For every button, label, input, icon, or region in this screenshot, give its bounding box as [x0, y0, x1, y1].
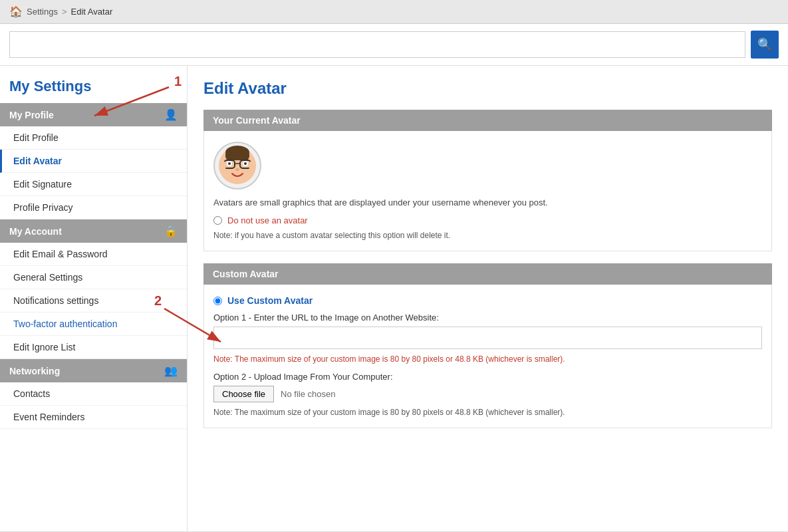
avatar [213, 142, 261, 190]
search-button[interactable]: 🔍 [751, 31, 779, 59]
sidebar-item-edit-profile[interactable]: Edit Profile [0, 126, 187, 150]
sidebar-section-my-profile: My Profile 👤 [0, 103, 187, 126]
max-size-note-1: Note: The maximum size of your custom im… [213, 354, 762, 364]
svg-rect-5 [225, 151, 249, 160]
sidebar-item-edit-avatar[interactable]: Edit Avatar [0, 150, 187, 173]
choose-file-button[interactable]: Choose file [213, 386, 274, 402]
sidebar-item-event-reminders[interactable]: Event Reminders [0, 406, 187, 429]
sidebar-item-general-settings[interactable]: General Settings [0, 266, 187, 289]
breadcrumb-current: Edit Avatar [71, 7, 113, 17]
sidebar-item-profile-privacy[interactable]: Profile Privacy [0, 196, 187, 219]
use-custom-label[interactable]: Use Custom Avatar [227, 295, 313, 306]
svg-point-14 [219, 161, 226, 170]
lock-icon: 🔒 [164, 225, 178, 237]
page-title: Edit Avatar [203, 79, 772, 98]
main-layout: My Settings My Profile 👤 Edit Profile Ed… [0, 66, 788, 531]
home-icon: 🏠 [9, 5, 23, 18]
no-avatar-radio[interactable] [213, 216, 222, 225]
networking-icon: 👥 [164, 364, 178, 377]
avatar-image [217, 146, 257, 186]
sidebar-item-edit-ignore-list[interactable]: Edit Ignore List [0, 336, 187, 359]
no-avatar-radio-row: Do not use an avatar [213, 215, 762, 225]
svg-point-11 [228, 162, 231, 165]
sidebar-title: My Settings [0, 66, 187, 103]
sidebar-item-edit-signature[interactable]: Edit Signature [0, 173, 187, 196]
custom-avatar-section-body: Use Custom Avatar Option 1 - Enter the U… [203, 285, 772, 428]
breadcrumb-settings[interactable]: Settings [27, 7, 58, 17]
current-avatar-section-header: Your Current Avatar [203, 110, 772, 131]
sidebar-section-networking: Networking 👥 [0, 359, 187, 382]
search-input[interactable] [9, 31, 745, 58]
no-avatar-note: Note: if you have a custom avatar select… [213, 231, 762, 240]
custom-avatar-section-header: Custom Avatar [203, 263, 772, 285]
no-avatar-label[interactable]: Do not use an avatar [227, 215, 308, 225]
svg-point-13 [235, 168, 239, 171]
sidebar-item-contacts[interactable]: Contacts [0, 382, 187, 406]
content-area: 1 Edit Avatar Your Current Avatar [188, 66, 788, 531]
breadcrumb: 🏠 Settings > Edit Avatar [0, 0, 788, 24]
svg-point-15 [249, 161, 255, 170]
option2-label: Option 2 - Upload Image From Your Comput… [213, 372, 762, 382]
search-icon: 🔍 [757, 37, 772, 52]
avatar-description: Avatars are small graphics that are disp… [213, 198, 762, 207]
upload-row: Choose file No file chosen [213, 386, 762, 402]
url-input[interactable] [213, 327, 762, 349]
no-file-text: No file chosen [281, 389, 335, 399]
sidebar-item-edit-email-password[interactable]: Edit Email & Password [0, 243, 187, 266]
sidebar: My Settings My Profile 👤 Edit Profile Ed… [0, 66, 188, 531]
sidebar-item-notifications-settings[interactable]: Notifications settings [0, 289, 187, 313]
sidebar-section-my-account: My Account 🔒 [0, 219, 187, 243]
use-custom-radio[interactable] [213, 297, 222, 305]
max-size-note-2: Note: The maximum size of your custom im… [213, 408, 762, 417]
sidebar-item-two-factor[interactable]: Two-factor authentication [0, 313, 187, 336]
search-bar: 🔍 [0, 24, 788, 66]
use-custom-radio-row: Use Custom Avatar [213, 295, 762, 306]
option1-label: Option 1 - Enter the URL to the Image on… [213, 313, 762, 323]
user-icon: 👤 [164, 108, 178, 121]
current-avatar-section-body: Avatars are small graphics that are disp… [203, 131, 772, 251]
svg-point-12 [244, 162, 247, 165]
breadcrumb-separator: > [62, 7, 67, 17]
